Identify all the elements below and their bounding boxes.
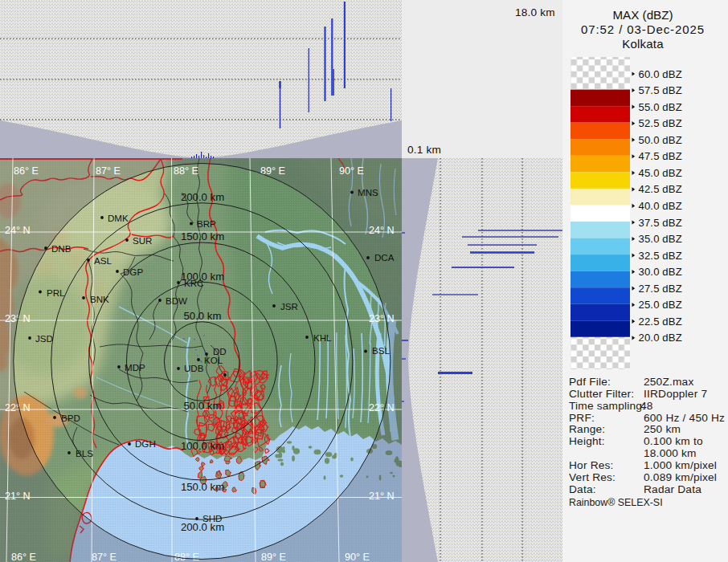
- svg-text:18.0 km: 18.0 km: [515, 6, 555, 18]
- svg-text:57.5 dBZ: 57.5 dBZ: [639, 84, 682, 96]
- svg-text:MDP: MDP: [125, 362, 145, 373]
- svg-text:UDB: UDB: [184, 363, 204, 373]
- svg-text:SHD: SHD: [202, 513, 222, 523]
- svg-text:89° E: 89° E: [260, 165, 285, 177]
- svg-text:50.0 dBZ: 50.0 dBZ: [639, 134, 682, 146]
- svg-text:55.0 dBZ: 55.0 dBZ: [639, 101, 682, 113]
- svg-text:22.5 dBZ: 22.5 dBZ: [639, 316, 682, 328]
- svg-text:22° N: 22° N: [369, 402, 395, 413]
- svg-text:DGP: DGP: [123, 267, 143, 277]
- svg-text:DNB: DNB: [51, 243, 72, 254]
- svg-text:SUR: SUR: [133, 235, 152, 246]
- svg-text:0.089 km/pixel: 0.089 km/pixel: [644, 471, 717, 483]
- svg-text:Kolkata: Kolkata: [622, 37, 664, 51]
- svg-text:ASL: ASL: [94, 255, 112, 266]
- svg-text:BNK: BNK: [90, 294, 109, 304]
- svg-text:86° E: 86° E: [14, 165, 39, 177]
- svg-text:35.0 dBZ: 35.0 dBZ: [639, 233, 682, 245]
- svg-text:100.0 km: 100.0 km: [181, 440, 224, 452]
- svg-text:86° E: 86° E: [11, 552, 36, 562]
- svg-text:24° N: 24° N: [5, 225, 31, 236]
- svg-text:Range:: Range:: [569, 423, 605, 435]
- svg-text:600 Hz / 450 Hz: 600 Hz / 450 Hz: [644, 412, 725, 424]
- svg-text:90° E: 90° E: [339, 165, 364, 177]
- svg-text:DCA: DCA: [374, 252, 395, 263]
- svg-text:32.5 dBZ: 32.5 dBZ: [639, 250, 682, 262]
- svg-text:88° E: 88° E: [174, 552, 199, 562]
- svg-text:21° N: 21° N: [369, 491, 395, 502]
- svg-text:Pdf File:: Pdf File:: [569, 376, 611, 388]
- svg-text:89° E: 89° E: [261, 552, 286, 562]
- svg-text:DGH: DGH: [135, 438, 156, 449]
- svg-text:250Z.max: 250Z.max: [644, 376, 693, 388]
- svg-text:24° N: 24° N: [369, 225, 395, 236]
- svg-text:88° E: 88° E: [174, 165, 198, 177]
- svg-text:Vert Res:: Vert Res:: [569, 471, 616, 483]
- svg-text:Rainbow® SELEX-SI: Rainbow® SELEX-SI: [569, 497, 663, 508]
- svg-text:50.0 km: 50.0 km: [184, 310, 222, 322]
- svg-text:200.0 km: 200.0 km: [181, 191, 224, 203]
- svg-text:42.5 dBZ: 42.5 dBZ: [639, 183, 682, 195]
- svg-text:KOL: KOL: [204, 355, 223, 365]
- svg-text:MNS: MNS: [358, 187, 378, 198]
- svg-text:0.100 km to: 0.100 km to: [644, 435, 703, 447]
- svg-text:23° N: 23° N: [369, 313, 395, 324]
- svg-text:37.5 dBZ: 37.5 dBZ: [639, 217, 682, 229]
- svg-text:18.000 km: 18.000 km: [644, 447, 697, 459]
- svg-text:KRC: KRC: [184, 278, 203, 288]
- svg-text:87° E: 87° E: [92, 552, 117, 562]
- svg-text:BLS: BLS: [76, 448, 93, 458]
- svg-text:07:52 / 03-Dec-2025: 07:52 / 03-Dec-2025: [581, 22, 705, 36]
- svg-text:1.000 km/pixel: 1.000 km/pixel: [644, 459, 717, 471]
- svg-text:50.0 km: 50.0 km: [184, 400, 222, 412]
- svg-text:Time sampling:: Time sampling:: [569, 400, 645, 412]
- svg-text:Clutter Filter:: Clutter Filter:: [569, 388, 634, 400]
- svg-text:JSR: JSR: [280, 301, 298, 312]
- svg-text:60.0 dBZ: 60.0 dBZ: [639, 68, 682, 80]
- svg-text:250 km: 250 km: [644, 423, 681, 435]
- svg-text:47.5 dBZ: 47.5 dBZ: [639, 150, 682, 162]
- svg-text:150.0 km: 150.0 km: [181, 481, 224, 493]
- svg-text:21° N: 21° N: [5, 491, 31, 502]
- svg-text:40.0 dBZ: 40.0 dBZ: [639, 200, 682, 212]
- svg-text:PRL: PRL: [47, 287, 65, 298]
- svg-text:48: 48: [640, 400, 653, 412]
- svg-text:20.0 dBZ: 20.0 dBZ: [639, 332, 682, 344]
- svg-text:150.0 km: 150.0 km: [181, 230, 224, 242]
- svg-text:MAX (dBZ): MAX (dBZ): [612, 8, 673, 22]
- svg-text:Height:: Height:: [569, 435, 605, 447]
- svg-text:BDW: BDW: [166, 295, 187, 306]
- svg-text:90° E: 90° E: [345, 552, 370, 562]
- svg-text:25.0 dBZ: 25.0 dBZ: [639, 299, 682, 311]
- svg-text:BRP: BRP: [197, 218, 216, 229]
- svg-text:45.0 dBZ: 45.0 dBZ: [639, 167, 682, 179]
- svg-text:DMK: DMK: [108, 213, 129, 223]
- svg-text:PRF:: PRF:: [569, 412, 595, 424]
- svg-text:Hor Res:: Hor Res:: [569, 459, 614, 471]
- svg-text:IIRDoppler 7: IIRDoppler 7: [644, 388, 707, 400]
- svg-text:Data:: Data:: [569, 483, 596, 495]
- svg-text:JSD: JSD: [35, 333, 53, 344]
- svg-text:Radar Data: Radar Data: [644, 483, 701, 495]
- svg-text:27.5 dBZ: 27.5 dBZ: [639, 283, 682, 295]
- svg-text:KHL: KHL: [313, 332, 332, 343]
- svg-text:BSL: BSL: [372, 345, 390, 356]
- svg-text:87° E: 87° E: [96, 165, 121, 177]
- svg-text:0.1 km: 0.1 km: [407, 144, 441, 156]
- svg-text:52.5 dBZ: 52.5 dBZ: [639, 117, 682, 129]
- svg-text:30.0 dBZ: 30.0 dBZ: [639, 266, 682, 278]
- svg-text:BPD: BPD: [61, 413, 80, 423]
